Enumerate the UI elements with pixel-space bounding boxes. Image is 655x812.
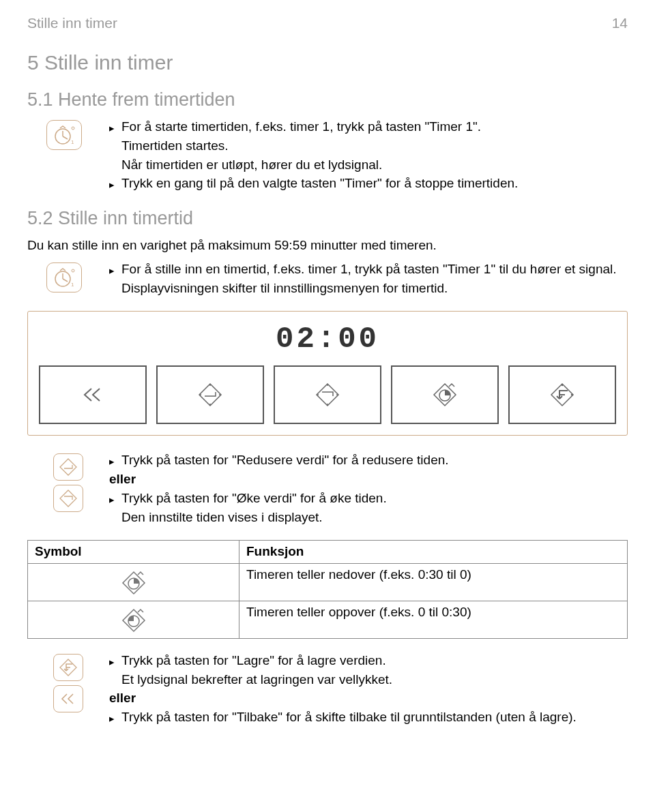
display-increase-button-icon <box>274 365 381 424</box>
display-back-button-icon <box>39 365 147 424</box>
display-decrease-button-icon <box>156 365 264 424</box>
save-button-icon <box>53 654 83 681</box>
bullet-marker: ▸ <box>109 119 121 135</box>
step-block-set-timer: 1 ▸ For å stille inn en timertid, f.eks.… <box>27 261 628 299</box>
body-text: Et lydsignal bekrefter at lagringen var … <box>121 672 628 689</box>
svg-point-9 <box>72 269 74 272</box>
svg-point-17 <box>336 394 338 395</box>
body-text: Displayvisningen skifter til innstilling… <box>121 280 628 297</box>
bullet-marker: ▸ <box>109 175 121 192</box>
svg-marker-26 <box>60 490 76 507</box>
svg-marker-25 <box>60 459 76 475</box>
svg-point-13 <box>209 404 211 405</box>
header-title: Stille inn timer <box>27 14 117 32</box>
page-header: Stille inn timer 14 <box>27 14 628 32</box>
svg-point-19 <box>317 394 319 395</box>
svg-line-2 <box>63 136 68 139</box>
page-number: 14 <box>612 14 628 32</box>
timer-1-button-icon: 1 <box>46 262 82 292</box>
bullet-marker: ▸ <box>109 452 121 468</box>
svg-point-12 <box>219 394 220 395</box>
svg-point-16 <box>327 385 328 386</box>
body-text: Når timertiden er utløpt, hører du et ly… <box>121 157 628 174</box>
table-header-symbol: Symbol <box>28 541 239 564</box>
step-block-save: ▸ Trykk på tasten for "Lagre" for å lagr… <box>27 652 628 728</box>
bullet-marker: ▸ <box>109 490 121 507</box>
section-5-1-heading: 5.1 Hente frem timertiden <box>27 88 628 112</box>
display-countdown-mode-icon <box>391 365 499 424</box>
body-text: Den innstilte tiden vises i displayet. <box>121 509 628 526</box>
bullet-marker: ▸ <box>109 709 121 725</box>
countup-symbol-cell <box>28 601 239 638</box>
display-diagram: 02:00 <box>27 311 628 436</box>
bullet-marker: ▸ <box>109 261 121 277</box>
step-block-adjust-value: ▸ Trykk på tasten for "Redusere verdi" f… <box>27 452 628 528</box>
or-text: eller <box>109 471 628 488</box>
svg-marker-10 <box>199 384 221 406</box>
svg-point-18 <box>327 404 328 405</box>
chapter-heading: 5 Stille inn timer <box>27 49 628 76</box>
svg-point-4 <box>72 127 74 130</box>
decrease-button-icon <box>53 453 83 481</box>
countdown-symbol-cell <box>28 563 239 601</box>
svg-point-23 <box>562 385 563 386</box>
bullet-text: Trykk på tasten for "Tilbake" for å skif… <box>121 709 628 726</box>
display-time-value: 02:00 <box>39 320 616 359</box>
display-save-button-icon <box>508 365 616 424</box>
increase-button-icon <box>53 485 83 512</box>
table-cell: Timeren teller nedover (f.eks. 0:30 til … <box>239 563 628 601</box>
intro-text: Du kan stille inn en varighet på maksimu… <box>27 237 628 254</box>
table-cell: Timeren teller oppover (f.eks. 0 til 0:3… <box>239 601 628 638</box>
bullet-text: For å stille inn en timertid, f.eks. tim… <box>121 261 628 278</box>
svg-marker-15 <box>317 384 338 406</box>
svg-point-14 <box>200 394 201 395</box>
bullet-text: Trykk på tasten for "Redusere verdi" for… <box>121 452 628 469</box>
svg-point-11 <box>209 385 211 386</box>
bullet-text: For å starte timertiden, f.eks. timer 1,… <box>121 119 628 136</box>
section-5-2-heading: 5.2 Stille inn timertid <box>27 207 628 230</box>
svg-point-24 <box>571 394 572 395</box>
bullet-text: Trykk på tasten for "Lagre" for å lagre … <box>121 652 628 670</box>
symbol-function-table: Symbol Funksjon Timeren teller nedover (… <box>27 540 628 639</box>
bullet-text: Trykk en gang til på den valgte tasten "… <box>121 175 628 192</box>
step-block-start-timer: 1 ▸ For å starte timertiden, f.eks. time… <box>27 119 628 194</box>
or-text: eller <box>109 690 628 707</box>
svg-text:1: 1 <box>71 282 74 288</box>
body-text: Timertiden startes. <box>121 138 628 155</box>
svg-line-7 <box>63 279 68 282</box>
svg-text:1: 1 <box>71 139 74 145</box>
back-button-icon <box>53 685 83 712</box>
table-header-function: Funksjon <box>239 541 628 564</box>
bullet-marker: ▸ <box>109 652 121 669</box>
bullet-text: Trykk på tasten for "Øke verdi" for å øk… <box>121 490 628 507</box>
timer-1-button-icon: 1 <box>46 120 82 150</box>
